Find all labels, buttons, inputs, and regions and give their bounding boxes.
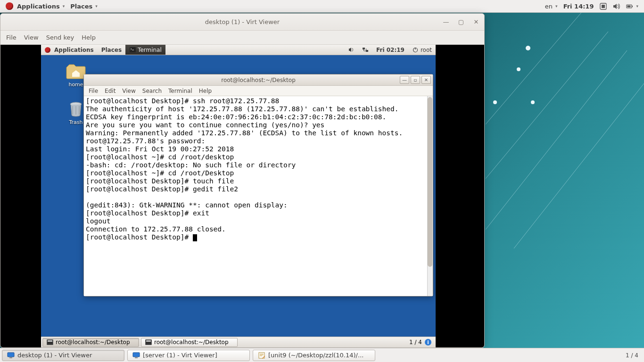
guest-desktop[interactable]: Applications Places Terminal Fri 02:19 bbox=[41, 45, 436, 347]
workspace-indicator[interactable]: 1 / 4 bbox=[409, 339, 422, 346]
applications-label: Applications bbox=[17, 3, 60, 10]
guest-volume-icon[interactable] bbox=[344, 45, 358, 55]
guest-task-terminal-2[interactable]: root@localhost:~/Desktop bbox=[141, 338, 238, 347]
host-applications-menu[interactable]: Applications ▾ bbox=[3, 1, 67, 11]
minimize-button[interactable]: — bbox=[441, 16, 451, 27]
terminal-icon bbox=[129, 47, 136, 53]
terminal-body[interactable]: [root@localhost Desktop]# ssh root@172.2… bbox=[84, 96, 433, 296]
terminal-menubar: File Edit View Search Terminal Help bbox=[84, 86, 433, 96]
svg-point-5 bbox=[517, 67, 520, 71]
clock-label: Fri 14:19 bbox=[563, 3, 594, 10]
guest-applications-menu[interactable]: Applications bbox=[41, 45, 98, 55]
svg-rect-19 bbox=[8, 353, 14, 357]
guest-terminal-task[interactable]: Terminal bbox=[125, 45, 165, 55]
terminal-icon bbox=[145, 339, 152, 345]
svg-rect-9 bbox=[602, 5, 605, 8]
guest-taskbar: root@localhost:~/Desktop root@localhost:… bbox=[41, 337, 436, 347]
places-label: Places bbox=[101, 47, 122, 53]
svg-line-3 bbox=[486, 13, 589, 135]
svg-point-6 bbox=[493, 100, 497, 104]
term-menu-file[interactable]: File bbox=[89, 88, 98, 94]
task-label: root@localhost:~/Desktop bbox=[56, 339, 130, 346]
host-lang-indicator[interactable]: en ▾ bbox=[542, 2, 561, 11]
task-label: [server (1) - Virt Viewer] bbox=[143, 352, 217, 359]
chevron-down-icon: ▾ bbox=[63, 4, 65, 8]
terminal-close-button[interactable]: ✕ bbox=[421, 76, 431, 84]
terminal-title-label: root@localhost:~/Desktop bbox=[221, 77, 296, 83]
svg-line-2 bbox=[514, 83, 644, 248]
lang-label: en bbox=[545, 3, 553, 10]
term-menu-help[interactable]: Help bbox=[199, 88, 212, 94]
host-task-virtviewer-desktop[interactable]: desktop (1) - Virt Viewer bbox=[2, 350, 124, 361]
host-clock[interactable]: Fri 14:19 bbox=[561, 2, 597, 11]
menu-sendkey[interactable]: Send key bbox=[46, 34, 74, 41]
task-label: desktop (1) - Virt Viewer bbox=[17, 352, 92, 359]
svg-point-7 bbox=[531, 100, 535, 104]
text-editor-icon bbox=[258, 352, 265, 359]
terminal-window: root@localhost:~/Desktop — ▫ ✕ File Edit… bbox=[83, 74, 433, 296]
places-label: Places bbox=[70, 3, 92, 10]
user-label: root bbox=[421, 47, 432, 53]
guest-places-menu[interactable]: Places bbox=[98, 45, 125, 55]
guest-user-menu[interactable]: root bbox=[408, 45, 436, 55]
term-menu-terminal[interactable]: Terminal bbox=[168, 88, 192, 94]
task-label: root@localhost:~/Desktop bbox=[154, 339, 229, 346]
monitor-icon bbox=[7, 352, 15, 359]
host-places-menu[interactable]: Places ▾ bbox=[67, 2, 100, 11]
svg-rect-21 bbox=[133, 353, 140, 357]
term-menu-edit[interactable]: Edit bbox=[105, 88, 116, 94]
guest-network-icon[interactable] bbox=[358, 45, 372, 55]
virt-viewer-menubar: File View Send key Help bbox=[0, 31, 484, 45]
virt-viewer-titlebar[interactable]: desktop (1) - Virt Viewer — ▢ ✕ bbox=[0, 14, 484, 31]
applications-label: Applications bbox=[54, 47, 94, 53]
virt-viewer-viewport: Applications Places Terminal Fri 02:19 bbox=[0, 45, 484, 347]
host-volume-icon[interactable] bbox=[610, 2, 623, 10]
redhat-icon bbox=[6, 2, 13, 10]
power-icon bbox=[412, 47, 419, 53]
menu-file[interactable]: File bbox=[6, 34, 17, 41]
host-task-gedit-unit9[interactable]: [unit9 (~/Desktop/zzl(10.14)/... bbox=[253, 350, 375, 361]
guest-clock[interactable]: Fri 02:19 bbox=[372, 45, 408, 55]
terminal-icon bbox=[47, 339, 53, 345]
svg-line-0 bbox=[486, 32, 608, 201]
svg-rect-22 bbox=[135, 357, 138, 358]
term-menu-search[interactable]: Search bbox=[142, 88, 162, 94]
terminal-maximize-button[interactable]: ▫ bbox=[411, 76, 420, 84]
chevron-down-icon: ▾ bbox=[95, 4, 98, 8]
guest-top-panel: Applications Places Terminal Fri 02:19 bbox=[41, 45, 436, 55]
svg-line-1 bbox=[486, 50, 627, 230]
menu-help[interactable]: Help bbox=[82, 34, 96, 41]
term-menu-view[interactable]: View bbox=[122, 88, 135, 94]
host-battery-icon[interactable]: ▾ bbox=[623, 2, 641, 10]
scrollbar-thumb[interactable] bbox=[428, 97, 432, 267]
terminal-titlebar[interactable]: root@localhost:~/Desktop — ▫ ✕ bbox=[84, 74, 433, 86]
clock-label: Fri 02:19 bbox=[376, 47, 405, 53]
task-label: [unit9 (~/Desktop/zzl(10.14)/... bbox=[268, 352, 363, 359]
maximize-button[interactable]: ▢ bbox=[456, 16, 466, 27]
close-button[interactable]: ✕ bbox=[471, 16, 481, 27]
svg-rect-14 bbox=[363, 48, 365, 49]
window-title: desktop (1) - Virt Viewer bbox=[205, 18, 280, 25]
guest-task-terminal-1[interactable]: root@localhost:~/Desktop bbox=[42, 338, 139, 347]
redhat-icon bbox=[45, 47, 50, 53]
terminal-minimize-button[interactable]: — bbox=[400, 76, 409, 84]
wallpaper-lines bbox=[486, 13, 644, 348]
svg-rect-20 bbox=[9, 357, 12, 358]
menu-view[interactable]: View bbox=[24, 34, 39, 41]
terminal-label: Terminal bbox=[138, 47, 162, 53]
chevron-down-icon: ▾ bbox=[555, 4, 558, 8]
host-taskbar: desktop (1) - Virt Viewer [server (1) - … bbox=[0, 348, 644, 362]
host-a11y-icon[interactable] bbox=[596, 2, 610, 10]
virt-viewer-window: desktop (1) - Virt Viewer — ▢ ✕ File Vie… bbox=[0, 13, 485, 348]
host-task-virtviewer-server[interactable]: [server (1) - Virt Viewer] bbox=[127, 350, 250, 361]
chevron-down-icon: ▾ bbox=[636, 4, 638, 8]
host-top-panel: Applications ▾ Places ▾ en ▾ Fri 14:19 ▾ bbox=[0, 0, 644, 13]
svg-rect-11 bbox=[632, 6, 633, 7]
monitor-icon bbox=[132, 352, 140, 359]
svg-rect-12 bbox=[627, 5, 630, 7]
notification-icon[interactable]: i bbox=[425, 339, 431, 346]
terminal-scrollbar[interactable] bbox=[427, 96, 433, 296]
svg-point-4 bbox=[526, 46, 530, 50]
host-workspace-indicator[interactable]: 1 / 4 bbox=[622, 352, 642, 359]
